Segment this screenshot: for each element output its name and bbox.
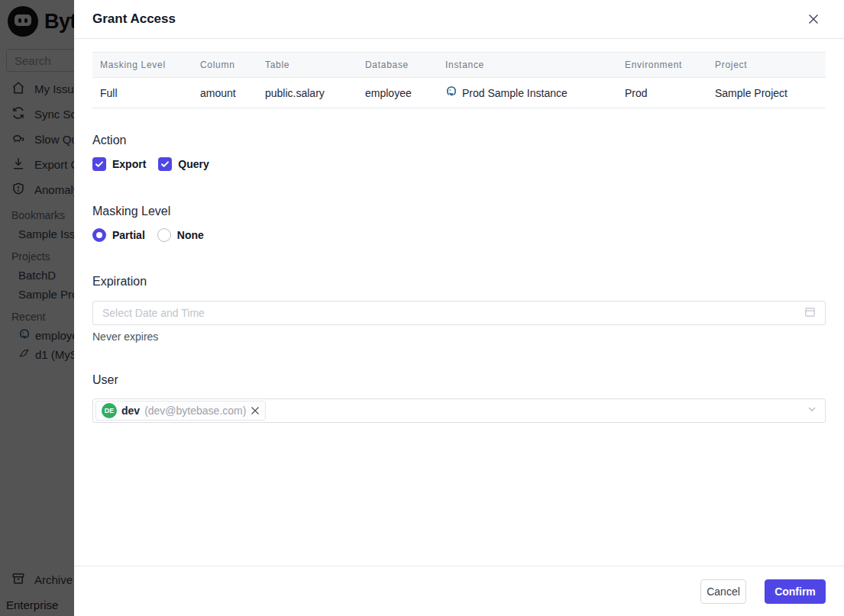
table-header-row: Masking Level Column Table Database Inst… [92, 53, 826, 78]
cell-table: public.salary [265, 78, 365, 108]
calendar-icon [804, 306, 816, 321]
chevron-down-icon [807, 404, 817, 418]
date-placeholder: Select Date and Time [102, 307, 205, 319]
cell-project: Sample Project [715, 78, 826, 108]
expiration-date-input[interactable]: Select Date and Time [92, 301, 826, 325]
action-section-label: Action [92, 134, 826, 147]
col-header-table: Table [265, 53, 365, 78]
cell-environment: Prod [625, 78, 715, 108]
cell-column: amount [200, 78, 265, 108]
cell-instance: Prod Sample Instance [445, 78, 625, 108]
col-header-instance: Instance [445, 53, 625, 78]
modal-footer: Cancel Confirm [74, 566, 844, 616]
expiration-section-label: Expiration [92, 275, 826, 289]
none-radio[interactable]: None [157, 228, 204, 242]
export-checkbox[interactable]: Export [92, 157, 146, 171]
checkbox-checked-icon [92, 157, 106, 171]
col-header-database: Database [365, 53, 445, 78]
modal-body: Masking Level Column Table Database Inst… [74, 39, 844, 566]
expiration-hint: Never expires [92, 331, 826, 343]
col-header-masking-level: Masking Level [92, 53, 200, 78]
confirm-button[interactable]: Confirm [765, 579, 826, 604]
avatar: DE [102, 403, 117, 418]
user-name: dev [121, 405, 140, 417]
masking-level-section-label: Masking Level [92, 205, 826, 218]
action-options: Export Query [92, 157, 826, 171]
user-select[interactable]: DE dev (dev@bytebase.com) [92, 398, 826, 423]
col-header-column: Column [200, 53, 265, 78]
modal-title: Grant Access [92, 11, 176, 27]
grant-access-modal: Grant Access Masking Level Column Table … [74, 0, 844, 616]
remove-user-icon[interactable] [251, 406, 260, 415]
close-icon[interactable] [806, 11, 821, 27]
radio-unselected-icon [157, 228, 171, 242]
grant-scope-table: Masking Level Column Table Database Inst… [92, 52, 826, 108]
col-header-environment: Environment [625, 53, 715, 78]
user-email: (dev@bytebase.com) [144, 405, 246, 417]
checkbox-checked-icon [158, 157, 172, 171]
table-row: Full amount public.salary employee Prod … [92, 78, 826, 108]
masking-level-options: Partial None [92, 228, 826, 242]
cell-masking-level: Full [92, 78, 200, 108]
user-section-label: User [92, 373, 826, 387]
user-chip: DE dev (dev@bytebase.com) [95, 401, 266, 421]
postgres-icon [445, 85, 458, 100]
radio-selected-icon [92, 228, 106, 242]
cancel-button[interactable]: Cancel [700, 579, 746, 604]
instance-name: Prod Sample Instance [462, 87, 568, 99]
partial-radio[interactable]: Partial [92, 228, 145, 242]
modal-header: Grant Access [74, 0, 844, 39]
col-header-project: Project [715, 53, 826, 78]
query-checkbox[interactable]: Query [158, 157, 209, 171]
cell-database: employee [365, 78, 445, 108]
